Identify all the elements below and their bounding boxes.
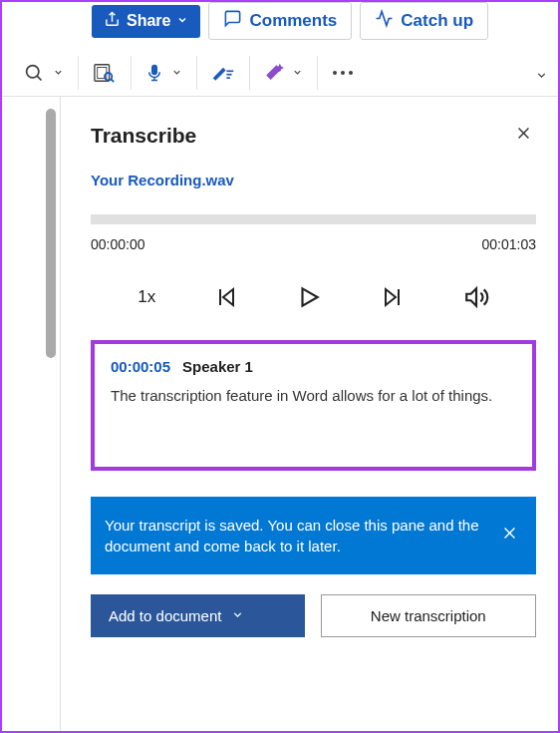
chevron-down-icon[interactable] [292,64,303,82]
recording-filename[interactable]: Your Recording.wav [91,172,536,188]
collapse-ribbon-icon[interactable] [535,68,548,86]
playback-controls: 1x [91,284,536,340]
comments-icon [223,9,242,33]
transcribe-pane: Transcribe Your Recording.wav 00:00:00 0… [60,97,558,733]
magic-wand-icon[interactable] [264,63,284,83]
close-pane-button[interactable] [511,121,536,150]
svg-point-10 [333,71,337,75]
ribbon-toolbar [2,46,558,97]
skip-back-button[interactable] [214,285,238,309]
volume-button[interactable] [463,284,489,310]
chevron-down-icon[interactable] [53,64,64,82]
microphone-icon[interactable] [145,62,163,84]
svg-marker-15 [223,289,233,305]
more-icon[interactable] [332,70,354,76]
comments-button[interactable]: Comments [208,2,352,40]
svg-point-11 [341,71,345,75]
svg-line-1 [37,76,41,80]
playback-speed-button[interactable]: 1x [138,287,155,307]
segment-speaker: Speaker 1 [182,358,253,375]
activity-icon [375,9,394,33]
add-to-document-button[interactable]: Add to document [91,594,305,637]
share-label: Share [127,12,170,30]
svg-rect-6 [152,66,157,75]
share-button[interactable]: Share [92,5,200,38]
search-icon[interactable] [24,63,45,84]
svg-point-4 [105,73,112,80]
top-actions-bar: Share Comments Catch up [2,2,558,46]
segment-text: The transcription feature in Word allows… [111,385,516,407]
total-time: 00:01:03 [482,236,537,252]
pen-icon[interactable] [211,63,235,83]
new-transcription-button[interactable]: New transcription [321,594,537,637]
playback-progress[interactable] [91,214,536,224]
current-time: 00:00:00 [91,236,145,252]
svg-marker-18 [386,289,396,305]
skip-forward-button[interactable] [381,285,405,309]
chevron-down-icon [176,12,188,30]
dismiss-notice-button[interactable] [497,521,522,550]
transcript-segment[interactable]: 00:00:05 Speaker 1 The transcription fea… [91,340,536,471]
chevron-down-icon[interactable] [171,64,182,82]
catchup-label: Catch up [401,11,473,31]
svg-marker-17 [303,288,318,305]
share-icon [104,11,121,32]
document-scrollbar[interactable] [2,97,60,733]
save-notice: Your transcript is saved. You can close … [91,497,536,574]
notice-text: Your transcript is saved. You can close … [105,515,485,556]
svg-line-5 [111,79,114,82]
svg-point-0 [27,65,39,77]
page-search-icon[interactable] [93,62,117,84]
add-to-document-label: Add to document [109,607,221,624]
chevron-down-icon [231,607,244,624]
catchup-button[interactable]: Catch up [360,2,488,40]
pane-title: Transcribe [91,124,196,148]
play-button[interactable] [296,284,322,310]
comments-label: Comments [249,11,337,31]
segment-timestamp[interactable]: 00:00:05 [111,358,170,375]
svg-point-12 [349,71,353,75]
scrollbar-thumb[interactable] [46,109,56,358]
svg-marker-20 [466,288,476,305]
